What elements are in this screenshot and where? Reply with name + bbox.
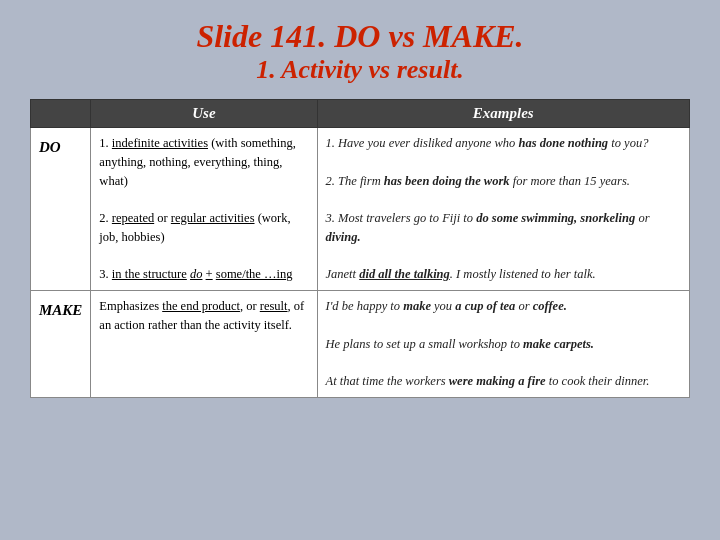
examples-cell-1: I'd be happy to make you a cup of tea or… (317, 291, 690, 398)
examples-cell-0: 1. Have you ever disliked anyone who has… (317, 128, 690, 291)
col-header-use: Use (91, 100, 317, 128)
word-cell-1: MAKE (31, 291, 91, 398)
col-header-examples: Examples (317, 100, 690, 128)
title-line1: Slide 141. DO vs MAKE. (196, 18, 523, 55)
main-table: Use Examples DO1. indefinite activities … (30, 99, 690, 398)
slide-title: Slide 141. DO vs MAKE. 1. Activity vs re… (196, 18, 523, 85)
title-line2: 1. Activity vs result. (196, 55, 523, 85)
col-header-empty (31, 100, 91, 128)
use-cell-1: Emphasizes the end product, or result, o… (91, 291, 317, 398)
word-cell-0: DO (31, 128, 91, 291)
use-cell-0: 1. indefinite activities (with something… (91, 128, 317, 291)
